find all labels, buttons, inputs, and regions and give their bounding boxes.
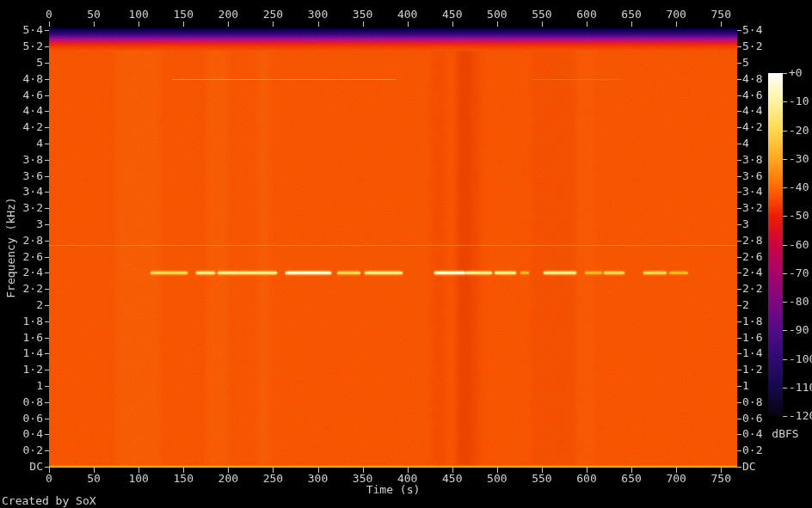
- x-tick-label-bottom: 700: [655, 473, 698, 485]
- y-tick-left: [45, 95, 49, 96]
- colorbar-tick-label: -60: [789, 239, 812, 251]
- x-tick-label-bottom: 500: [476, 473, 519, 485]
- colorbar-tick: [783, 216, 787, 217]
- x-tick-top: [363, 21, 364, 27]
- x-tick-label-top: 350: [341, 9, 384, 21]
- tone-line-segment: [286, 272, 331, 274]
- tone-line-segment: [218, 272, 277, 274]
- y-tick-left: [45, 176, 49, 177]
- y-tick-right: [737, 321, 741, 322]
- x-tick-top: [318, 21, 319, 27]
- colorbar-tick-label: -120: [789, 410, 812, 422]
- colorbar-tick-label: -70: [789, 267, 812, 279]
- y-tick-left: [45, 450, 49, 451]
- y-tick-label-right: DC: [742, 461, 785, 473]
- colorbar-tick-label: -40: [789, 181, 812, 193]
- vertical-streak: [116, 27, 160, 468]
- x-tick-label-bottom: 650: [610, 473, 653, 485]
- y-axis-title: Frequency (kHz): [5, 162, 17, 334]
- colorbar-tick-label: -50: [789, 210, 812, 222]
- y-tick-right: [737, 176, 741, 177]
- x-tick-label-bottom: 600: [565, 473, 608, 485]
- y-tick-right: [737, 127, 741, 128]
- y-tick-right: [737, 338, 741, 339]
- x-tick-label-bottom: 750: [699, 473, 742, 485]
- vertical-streak: [257, 27, 271, 468]
- y-tick-left: [45, 305, 49, 306]
- y-tick-label-left: 4·2: [0, 121, 43, 133]
- y-tick-left: [45, 241, 49, 242]
- colorbar-tick: [783, 159, 787, 160]
- faint-harmonic-line: [49, 245, 737, 247]
- y-tick-label-left: 0·8: [0, 396, 43, 408]
- tone-line-segment: [151, 272, 188, 274]
- vertical-streak: [457, 27, 471, 468]
- y-tick-right: [737, 272, 741, 273]
- y-tick-left: [45, 338, 49, 339]
- colorbar-tick-label: -90: [789, 324, 812, 336]
- vertical-streak: [471, 27, 480, 468]
- colorbar-tick-label: -80: [789, 296, 812, 308]
- y-tick-label-left: 4·6: [0, 89, 43, 101]
- x-tick-top: [228, 21, 229, 27]
- vertical-streak: [533, 27, 574, 468]
- y-tick-label-right: 5·2: [742, 40, 785, 52]
- tone-line-segment: [544, 272, 576, 274]
- y-tick-label-left: 5·4: [0, 24, 43, 36]
- x-tick-top: [408, 21, 409, 27]
- y-tick-left: [45, 289, 49, 290]
- y-tick-label-left: DC: [0, 461, 43, 473]
- y-tick-label-left: 0·6: [0, 413, 43, 425]
- x-tick-top: [138, 21, 139, 27]
- y-tick-left: [45, 127, 49, 128]
- colorbar-tick: [783, 302, 787, 303]
- y-tick-right: [737, 257, 741, 258]
- x-tick-label-top: 150: [162, 9, 205, 21]
- x-tick-top: [721, 21, 722, 27]
- y-tick-left: [45, 192, 49, 193]
- x-tick-label-bottom: 100: [117, 473, 160, 485]
- y-tick-label-left: 0·2: [0, 444, 43, 456]
- x-tick-label-bottom: 200: [206, 473, 249, 485]
- y-tick-left: [45, 434, 49, 435]
- vertical-streak: [206, 27, 228, 468]
- y-tick-label-left: 0·4: [0, 428, 43, 440]
- x-tick-label-top: 750: [699, 9, 742, 21]
- x-tick-label-top: 300: [297, 9, 340, 21]
- y-tick-right: [737, 208, 741, 209]
- y-tick-left: [45, 321, 49, 322]
- y-tick-left: [45, 30, 49, 31]
- plot-area: [49, 27, 737, 468]
- y-tick-label-left: 4: [0, 138, 43, 150]
- y-tick-left: [45, 79, 49, 80]
- tone-line-segment: [585, 272, 602, 274]
- y-tick-label-right: 5: [742, 57, 785, 69]
- tone-line-segment: [495, 272, 516, 274]
- y-tick-right: [737, 434, 741, 435]
- y-tick-right: [737, 63, 741, 64]
- tone-line-segment: [604, 272, 624, 274]
- x-tick-label-top: 650: [610, 9, 653, 21]
- colorbar-tick: [783, 359, 787, 360]
- colorbar-tick: [783, 187, 787, 188]
- y-tick-label-left: 5·2: [0, 40, 43, 52]
- y-tick-left: [45, 467, 49, 468]
- x-axis-title: Time (s): [49, 484, 737, 496]
- y-tick-left: [45, 144, 49, 144]
- colorbar-tick-label: +0: [789, 67, 812, 79]
- y-tick-right: [737, 289, 741, 290]
- colorbar-unit-label: dBFS: [765, 428, 806, 440]
- y-tick-label-right: 0·2: [742, 444, 785, 456]
- x-tick-top: [452, 21, 453, 27]
- x-tick-label-top: 200: [206, 9, 249, 21]
- y-tick-label-left: 4·4: [0, 105, 43, 117]
- y-tick-right: [737, 111, 741, 112]
- y-tick-right: [737, 386, 741, 387]
- spectrogram-window: 0050501001001501502002002502503003003503…: [0, 0, 812, 508]
- y-tick-right: [737, 419, 741, 419]
- y-tick-right: [737, 95, 741, 96]
- tone-line-segment: [337, 272, 360, 274]
- y-tick-right: [737, 370, 741, 370]
- y-tick-label-left: 1: [0, 380, 43, 392]
- y-tick-left: [45, 272, 49, 273]
